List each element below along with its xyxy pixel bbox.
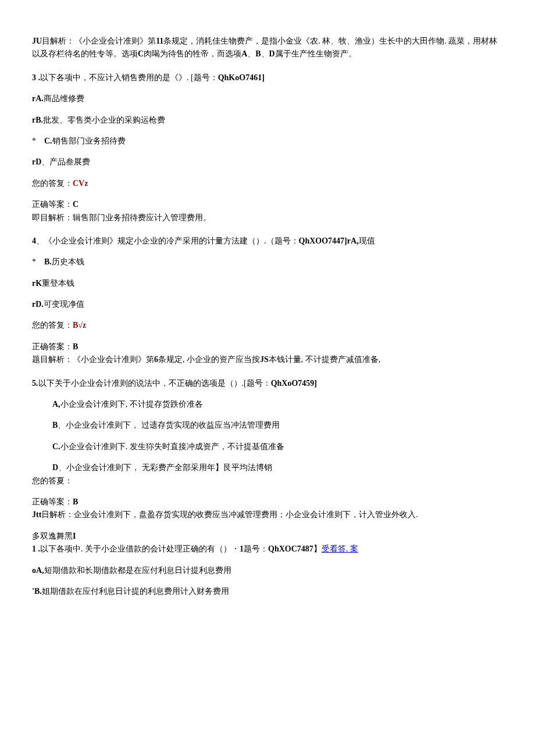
option-label: B. — [44, 257, 52, 266]
q4-tail: 现值 — [359, 237, 375, 245]
q5-your-answer: 您的答夏： — [32, 475, 503, 488]
option-label: B. — [35, 116, 43, 124]
analysis-text: 题目解析：《小企业会计准则》第 — [32, 355, 154, 364]
analysis-text: 本钱计量, 不计提费产减值准备, — [269, 355, 381, 364]
text: A — [241, 49, 247, 58]
option-label: K — [35, 279, 42, 288]
text: 、 — [247, 49, 255, 58]
multi-header-bold: I — [73, 532, 76, 540]
analysis-text: 即目解析：辑售部门业务招待费应计入管理费用。 — [32, 213, 211, 222]
q3-option-a: rA.商品维修费 — [32, 92, 503, 105]
q4-stem: 4、《小企业会计准则》规定小企业的冷产采用的计量方法建（）.（题号：QhXOO7… — [32, 235, 503, 248]
option-text: 、小企业会计准则下， 过遗存货实现的收益应当冲法管理费用 — [58, 421, 280, 429]
q5-option-a: A,小企业会计准则下, 不计提存货跌价准各 — [32, 398, 503, 411]
q5-number: 5. — [32, 379, 38, 388]
q4-text: 、《小企业会计准则》规定小企业的冷产采用的计量方法建（）.（题号： — [36, 237, 299, 245]
option-text: 重登本钱 — [42, 279, 74, 288]
option-text: 姐期借款在应付利息日计提的利息费用计入财务费用 — [42, 587, 229, 596]
option-text: 小企业会计准则下. 发生狝失时直接冲成资产，不计提基值准备 — [60, 442, 284, 451]
option-prefix: * — [32, 257, 44, 266]
q4-option-b: * B.历史本钱 — [32, 256, 503, 268]
option-label: C. — [52, 442, 60, 451]
q5-analysis: Jtt日解析：企业会计准则下，盘盈存货实现的收费应当冲减管理费用；小企业会计准则… — [32, 508, 503, 521]
analysis-text: 6 — [154, 355, 158, 364]
multi-header-text: 多双逸舞黑 — [32, 532, 73, 540]
q4-option-c: rK重登本钱 — [32, 277, 503, 290]
option-text: 可变现净值 — [44, 300, 84, 309]
option-text: 历史本钱 — [52, 257, 84, 266]
analysis-text: 日解析：企业会计准则下，盘盈存货实现的收费应当冲减管理费用；小企业会计准则下，计… — [41, 510, 418, 519]
option-text: 、小企业会计准则下， 无彩费产全部采用年】艮平均法博销 — [58, 463, 272, 472]
q5-stem: 5.以下关于小企业会计准则的说法中，不正确的选项是（）.[题号：QhXoO745… — [32, 377, 503, 390]
option-label: A, — [36, 566, 44, 575]
option-label: C. — [44, 137, 52, 145]
correct-label: 正确等案： — [32, 497, 73, 506]
q1-code: QhXOC7487 — [268, 544, 313, 553]
correct-value: B — [73, 497, 78, 506]
q4-number: 4 — [32, 237, 36, 245]
option-label: D. — [35, 300, 44, 309]
q3-analysis: 即目解析：辑售部门业务招待费应计入管理费用。 — [32, 212, 503, 224]
correct-value: C — [73, 200, 79, 209]
q1-bracket: 】 — [313, 544, 322, 553]
option-label: B — [52, 421, 58, 429]
your-answer-label: 您的答复： — [32, 179, 73, 188]
option-text: 销售部门业务招待费 — [52, 137, 126, 145]
option-label: D — [52, 463, 58, 472]
q1-number: 1 . — [32, 544, 40, 553]
q3-number: 3 . — [32, 73, 40, 82]
q3-option-d: rD、产品叁展费 — [32, 156, 503, 169]
q3-code: QhKoO7461] — [218, 73, 265, 82]
option-label: B. — [34, 587, 42, 596]
q4-correct-answer: 正确答案：B — [32, 341, 503, 353]
q3-text: 以下各项中，不应计入销售费用的是《》. [题号： — [40, 73, 218, 82]
q3-stem: 3 .以下各项中，不应计入销售费用的是《》. [题号：QhKoO7461] — [32, 71, 503, 84]
view-answer-link[interactable]: 受看答. 案 — [322, 544, 358, 553]
q1-text: 以下各项中. 关于小企业借款的会计处理正确的有（）・ — [40, 544, 240, 553]
multi-q1-option-b: 'B.姐期借款在应付利息日计提的利息费用计入财务费用 — [32, 585, 503, 598]
q1-b: 1 — [240, 544, 244, 553]
your-answer-value: CVz — [73, 179, 88, 188]
text: 肉喝为待售的牲帝，而选项 — [144, 49, 241, 58]
option-prefix: o — [32, 566, 36, 575]
your-answer-label: 您的答复： — [32, 321, 73, 329]
q4-analysis: 题目解析：《小企业会计准则》第6条规定, 小企业的资产应当按JS本钱计量, 不计… — [32, 353, 503, 366]
option-text: 商品维修费 — [44, 94, 84, 103]
analysis-label: Jtt — [32, 510, 41, 519]
analysis-label: JU — [32, 37, 42, 45]
q5-option-d: D、小企业会计准则下， 无彩费产全部采用年】艮平均法博销 — [32, 461, 503, 474]
your-answer-value: B√z — [73, 321, 86, 329]
option-label: A, — [52, 400, 60, 409]
q1-text2: 题号： — [244, 544, 268, 553]
q3-option-c: * C.销售部门业务招待费 — [32, 135, 503, 148]
text: C — [138, 49, 144, 58]
option-text: 小企业会计准则下, 不计提存货跌价准各 — [60, 400, 203, 409]
correct-label: 正确等案： — [32, 200, 73, 209]
q5-correct-answer: 正确等案：B — [32, 496, 503, 508]
text: 目解析：《小企业会计准则》第 — [42, 37, 156, 45]
option-text: 批发、零售类小企业的采购运枪费 — [43, 116, 165, 124]
q3-correct-answer: 正确等案：C — [32, 198, 503, 211]
q3-your-answer: 您的答复：CVz — [32, 177, 503, 190]
correct-label: 正确答案： — [32, 342, 73, 351]
option-text: 、产品叁展费 — [41, 157, 90, 166]
correct-value: B — [73, 342, 78, 351]
text: D — [269, 49, 275, 58]
q5-option-b: B、小企业会计准则下， 过遗存货实现的收益应当冲法管理费用 — [32, 419, 503, 432]
q4-option-d: rD.可变现净值 — [32, 298, 503, 311]
q4-your-answer: 您的答复：B√z — [32, 319, 503, 332]
analysis-text: 条规定, 小企业的资产应当按 — [158, 355, 260, 364]
text: 11 — [156, 37, 163, 45]
q5-option-c: C.小企业会计准则下. 发生狝失时直接冲成资产，不计提基值准备 — [32, 440, 503, 453]
option-text: 短期借款和长期借款都是在应付利息日计提利息费用 — [44, 566, 231, 575]
q4-code: QhXOO7447]rA, — [299, 237, 359, 245]
q5-text: 以下关于小企业会计准则的说法中，不正确的选项是（）.[题号： — [38, 379, 271, 388]
text: B — [255, 49, 261, 58]
option-label: A. — [35, 94, 44, 103]
text: 、 — [261, 49, 269, 58]
multi-q1-stem: 1 .以下各项中. 关于小企业借款的会计处理正确的有（）・1题号：QhXOC74… — [32, 543, 503, 556]
multi-q1-option-a: oA,短期借款和长期借款都是在应付利息日计提利息费用 — [32, 564, 503, 577]
analysis-text: JS — [260, 355, 269, 364]
option-prefix: * — [32, 137, 44, 145]
option-label: D — [35, 157, 41, 166]
